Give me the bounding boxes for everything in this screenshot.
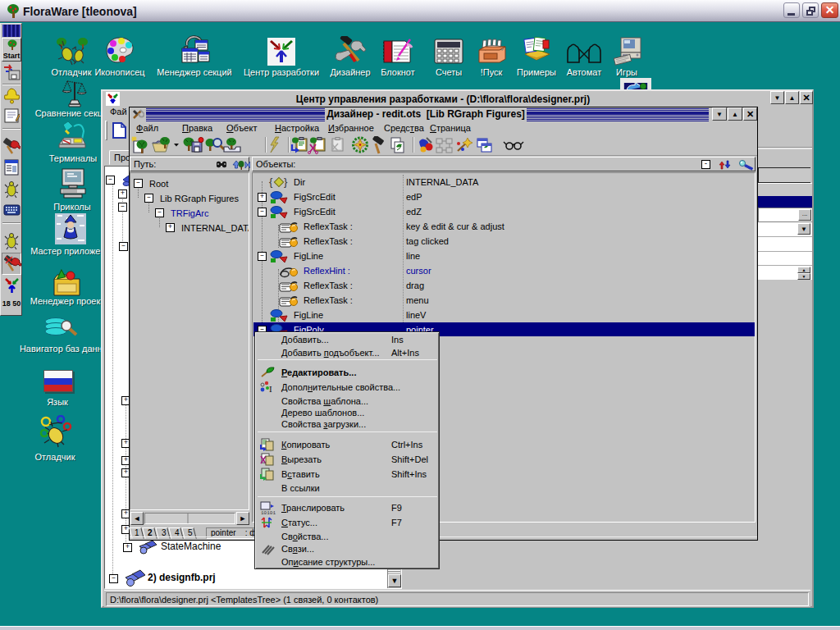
svg-text:10101: 10101 <box>261 510 276 514</box>
svg-text:}: } <box>284 176 288 188</box>
svg-text:I: I <box>269 384 272 394</box>
svg-text:{: { <box>269 176 273 188</box>
